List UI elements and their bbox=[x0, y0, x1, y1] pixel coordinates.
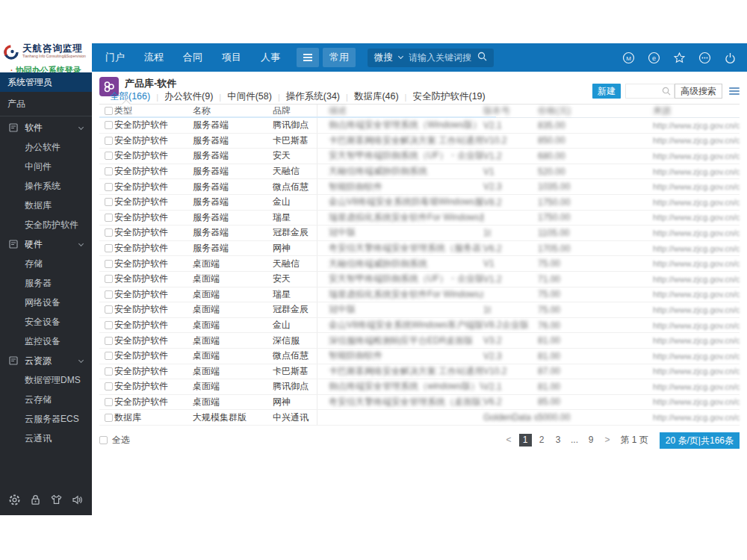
table-row[interactable]: 安全防护软件服务器端腾讯御点御点终端安全管理系统（Windows版）V2.183… bbox=[99, 118, 740, 134]
row-checkbox[interactable] bbox=[105, 321, 113, 329]
row-checkbox[interactable] bbox=[105, 414, 113, 422]
prev-page-button[interactable]: < bbox=[503, 434, 515, 447]
row-checkbox[interactable] bbox=[105, 214, 113, 222]
sidebar-item-中间件[interactable]: 中间件 bbox=[0, 157, 92, 176]
row-checkbox[interactable] bbox=[105, 367, 113, 376]
next-page-button[interactable]: > bbox=[601, 434, 614, 447]
tab-操作系统(34)[interactable]: 操作系统(34) bbox=[286, 90, 340, 103]
table-row[interactable]: 安全防护软件服务器端天融信天融信终端威胁防御系统V1520.00http://w… bbox=[99, 164, 740, 180]
tab-全部(166)[interactable]: 全部(166) bbox=[110, 90, 150, 103]
row-checkbox[interactable] bbox=[105, 290, 113, 299]
tab-中间件(58)[interactable]: 中间件(58) bbox=[227, 90, 272, 103]
sound-icon[interactable] bbox=[71, 494, 84, 508]
lock-icon[interactable] bbox=[29, 494, 42, 508]
table-row[interactable]: 安全防护软件服务器端网神奇安信天擎终端安全管理系统（服务器）V6.21705.0… bbox=[99, 241, 740, 257]
table-row[interactable]: 安全防护软件桌面端微点佰慧智能防御软件V2.381.00http://www.z… bbox=[99, 349, 740, 364]
sidebar-item-云存储[interactable]: 云存储 bbox=[0, 390, 92, 409]
row-checkbox[interactable] bbox=[105, 152, 113, 160]
favorites-icon[interactable] bbox=[673, 52, 686, 64]
page-button-9[interactable]: 9 bbox=[585, 434, 598, 447]
table-row[interactable]: 安全防护软件桌面端瑞星瑞星虚拟化系统安全软件For Windows桌面版75.0… bbox=[99, 287, 740, 303]
row-checkbox[interactable] bbox=[105, 183, 113, 191]
select-all-control[interactable]: 全选 bbox=[99, 434, 130, 447]
row-checkbox[interactable] bbox=[105, 198, 113, 206]
table-row[interactable]: 安全防护软件桌面端安天安天智甲终端防御系统（UF）・企业版受控端V1.271.0… bbox=[99, 272, 740, 287]
nav-menu-button[interactable] bbox=[297, 48, 319, 67]
table-row[interactable]: 安全防护软件服务器端安天安天智甲终端防御系统（UF）・企业版受控端V1.2680… bbox=[99, 149, 740, 164]
row-checkbox[interactable] bbox=[105, 398, 113, 406]
table-row[interactable]: 安全防护软件服务器端冠群金辰冠中版1t1105.00http://www.zjc… bbox=[99, 225, 740, 241]
per-page-summary-badge[interactable]: 20 条/页|共166条 bbox=[660, 432, 740, 449]
table-row[interactable]: 安全防护软件桌面端深信服深信服终端检测响应平台EDR桌面版V3.281.00ht… bbox=[99, 333, 740, 349]
settings-icon[interactable] bbox=[8, 494, 21, 508]
sidebar-item-办公软件[interactable]: 办公软件 bbox=[0, 137, 92, 157]
row-checkbox[interactable] bbox=[105, 382, 113, 391]
page-button-1[interactable]: 1 bbox=[519, 434, 532, 447]
table-row[interactable]: 安全防护软件桌面端冠群金辰冠中版1t75.00http://www.zjcg.g… bbox=[99, 302, 740, 318]
search-scope-dropdown[interactable]: 微搜 bbox=[374, 52, 393, 64]
row-checkbox[interactable] bbox=[105, 337, 113, 345]
column-settings-icon[interactable] bbox=[729, 86, 740, 96]
sidebar-section-product[interactable]: 产品 bbox=[0, 92, 92, 116]
row-checkbox[interactable] bbox=[105, 167, 113, 175]
table-row[interactable]: 安全防护软件服务器端瑞星瑞星虚拟化系统安全软件For Windows服务端175… bbox=[99, 211, 740, 226]
nav-item[interactable]: 项目 bbox=[222, 51, 241, 64]
message-icon[interactable]: M bbox=[622, 52, 635, 64]
sidebar-item-数据管理DMS[interactable]: 数据管理DMS bbox=[0, 370, 92, 390]
new-button[interactable]: 新建 bbox=[592, 84, 621, 99]
sidebar-group-云资源[interactable]: 云资源 bbox=[0, 351, 92, 370]
row-checkbox[interactable] bbox=[105, 228, 113, 237]
table-row[interactable]: 安全防护软件桌面端网神奇安信天擎终端安全管理系统（桌面版）V6.285.00ht… bbox=[99, 395, 740, 411]
table-search-input[interactable] bbox=[625, 84, 675, 99]
table-row[interactable]: 安全防护软件服务器端微点佰慧智能防御软件V2.31035.00http://ww… bbox=[99, 179, 740, 195]
nav-item[interactable]: 门户 bbox=[105, 51, 125, 64]
help-icon[interactable]: e bbox=[648, 52, 660, 64]
page-button-2[interactable]: 2 bbox=[536, 434, 548, 447]
sidebar-item-操作系统[interactable]: 操作系统 bbox=[0, 176, 92, 196]
sidebar-item-数据库[interactable]: 数据库 bbox=[0, 196, 92, 215]
sidebar-group-硬件[interactable]: 硬件 bbox=[0, 234, 92, 254]
search-icon[interactable] bbox=[477, 52, 487, 63]
select-all-checkbox[interactable] bbox=[99, 436, 108, 444]
header-checkbox[interactable] bbox=[105, 107, 113, 115]
sidebar-item-存储[interactable]: 存储 bbox=[0, 254, 92, 273]
sidebar-item-网络设备[interactable]: 网络设备 bbox=[0, 293, 92, 312]
user-role-label[interactable]: 系统管理员 bbox=[0, 72, 92, 92]
row-checkbox[interactable] bbox=[105, 137, 113, 145]
row-checkbox[interactable] bbox=[105, 244, 113, 252]
nav-item[interactable]: 合同 bbox=[183, 51, 202, 64]
tab-数据库(46)[interactable]: 数据库(46) bbox=[354, 90, 399, 103]
sidebar-item-安全防护软件[interactable]: 安全防护软件 bbox=[0, 215, 92, 234]
table-row[interactable]: 安全防护软件桌面端天融信天融信终端威胁防御系统V175.00http://www… bbox=[99, 256, 740, 272]
power-icon[interactable] bbox=[724, 52, 737, 64]
global-search[interactable]: 微搜 请输入关键词搜 bbox=[368, 49, 494, 67]
nav-item-pinned[interactable]: 常用 bbox=[323, 48, 356, 67]
sidebar-item-服务器[interactable]: 服务器 bbox=[0, 273, 92, 293]
theme-icon[interactable] bbox=[50, 494, 63, 508]
row-checkbox[interactable] bbox=[105, 305, 113, 314]
advanced-search-button[interactable]: 高级搜索 bbox=[675, 84, 722, 99]
tab-安全防护软件(19)[interactable]: 安全防护软件(19) bbox=[412, 90, 485, 103]
sidebar-item-安全设备[interactable]: 安全设备 bbox=[0, 312, 92, 332]
sidebar-item-云服务器ECS[interactable]: 云服务器ECS bbox=[0, 409, 92, 429]
row-checkbox[interactable] bbox=[105, 352, 113, 360]
table-row[interactable]: 安全防护软件桌面端腾讯御点御点终端安全管理系统（windows版）V2.1V2.… bbox=[99, 379, 740, 395]
page-jump-label[interactable]: 第 1 页 bbox=[621, 434, 648, 447]
table-row[interactable]: 安全防护软件服务器端金山金山V8终端安全系统防毒墙Windows服务器版V8.2… bbox=[99, 195, 740, 211]
row-checkbox[interactable] bbox=[105, 260, 113, 268]
table-row[interactable]: 安全防护软件桌面端卡巴斯基卡巴斯基网络安全解决方案 工作站通用授权（桌面）・KL… bbox=[99, 364, 740, 380]
nav-item[interactable]: 流程 bbox=[144, 51, 164, 64]
row-checkbox[interactable] bbox=[105, 275, 113, 283]
tab-办公软件(9)[interactable]: 办公软件(9) bbox=[164, 90, 213, 103]
search-input[interactable]: 请输入关键词搜 bbox=[409, 52, 471, 64]
table-row[interactable]: 安全防护软件桌面端金山金山V8终端安全系统Windows客户端版V8.2企业版7… bbox=[99, 318, 740, 334]
more-icon[interactable] bbox=[698, 52, 711, 64]
sidebar-item-监控设备[interactable]: 监控设备 bbox=[0, 332, 92, 351]
sidebar-item-云通讯[interactable]: 云通讯 bbox=[0, 429, 92, 448]
table-row[interactable]: 安全防护软件服务器端卡巴斯基卡巴斯基网络安全解决方案 工作站通用授权（终端..V… bbox=[99, 134, 740, 149]
table-row[interactable]: 数据库大规模集群版中兴通讯GoldenData s...5000.00http:… bbox=[99, 410, 740, 426]
page-button-3[interactable]: 3 bbox=[552, 434, 565, 447]
row-checkbox[interactable] bbox=[105, 121, 113, 129]
nav-item[interactable]: 人事 bbox=[261, 51, 280, 64]
sidebar-group-软件[interactable]: 软件 bbox=[0, 118, 92, 137]
